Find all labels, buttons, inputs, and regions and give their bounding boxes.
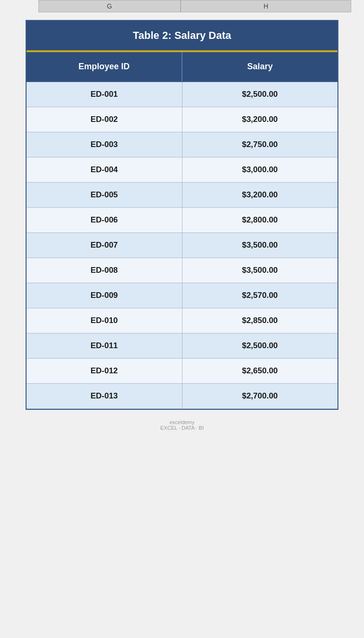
cell-employee-id: ED-005	[27, 183, 182, 207]
cell-salary: $2,650.00	[182, 359, 338, 383]
table-row: ED-003$2,750.00	[27, 132, 337, 157]
column-g-header: G	[38, 0, 181, 12]
watermark: exceldemy EXCEL · DATA · BI	[160, 419, 204, 431]
table-title-row: Table 2: Salary Data	[27, 21, 337, 52]
cell-salary: $2,700.00	[182, 384, 338, 408]
cell-employee-id: ED-012	[27, 359, 182, 383]
table-row: ED-004$3,000.00	[27, 157, 337, 183]
column-headers: G H	[38, 0, 351, 12]
cell-salary: $3,500.00	[182, 258, 338, 283]
table-row: ED-002$3,200.00	[27, 107, 337, 132]
cell-employee-id: ED-001	[27, 82, 182, 107]
table-row: ED-012$2,650.00	[27, 359, 337, 384]
cell-employee-id: ED-004	[27, 157, 182, 182]
table-header-row: Employee ID Salary	[27, 52, 337, 82]
table-body: ED-001$2,500.00ED-002$3,200.00ED-003$2,7…	[27, 82, 337, 409]
salary-table: Table 2: Salary Data Employee ID Salary …	[26, 20, 338, 410]
cell-employee-id: ED-008	[27, 258, 182, 283]
cell-employee-id: ED-010	[27, 308, 182, 333]
cell-employee-id: ED-009	[27, 283, 182, 308]
cell-employee-id: ED-011	[27, 333, 182, 358]
header-employee-id: Employee ID	[27, 52, 182, 81]
cell-salary: $2,850.00	[182, 308, 338, 333]
cell-salary: $2,500.00	[182, 333, 338, 358]
cell-salary: $3,500.00	[182, 233, 338, 258]
table-row: ED-011$2,500.00	[27, 333, 337, 359]
cell-salary: $2,800.00	[182, 208, 338, 232]
cell-salary: $3,200.00	[182, 183, 338, 207]
table-row: ED-008$3,500.00	[27, 258, 337, 283]
cell-salary: $2,570.00	[182, 283, 338, 308]
spreadsheet-wrapper: G H Table 2: Salary Data Employee ID Sal…	[0, 0, 364, 638]
table-title: Table 2: Salary Data	[133, 29, 231, 41]
column-h-header: H	[181, 0, 351, 12]
cell-salary: $3,200.00	[182, 107, 338, 132]
table-row: ED-009$2,570.00	[27, 283, 337, 308]
cell-employee-id: ED-002	[27, 107, 182, 132]
cell-salary: $2,750.00	[182, 132, 338, 157]
watermark-line2: EXCEL · DATA · BI	[160, 425, 204, 431]
table-row: ED-013$2,700.00	[27, 384, 337, 409]
watermark-line1: exceldemy	[160, 419, 204, 425]
table-row: ED-001$2,500.00	[27, 82, 337, 107]
cell-employee-id: ED-006	[27, 208, 182, 232]
table-row: ED-010$2,850.00	[27, 308, 337, 333]
table-row: ED-005$3,200.00	[27, 183, 337, 208]
cell-salary: $2,500.00	[182, 82, 338, 107]
cell-employee-id: ED-007	[27, 233, 182, 258]
table-row: ED-007$3,500.00	[27, 233, 337, 258]
cell-employee-id: ED-013	[27, 384, 182, 408]
cell-employee-id: ED-003	[27, 132, 182, 157]
header-salary: Salary	[182, 52, 337, 81]
cell-salary: $3,000.00	[182, 157, 338, 182]
table-row: ED-006$2,800.00	[27, 208, 337, 233]
